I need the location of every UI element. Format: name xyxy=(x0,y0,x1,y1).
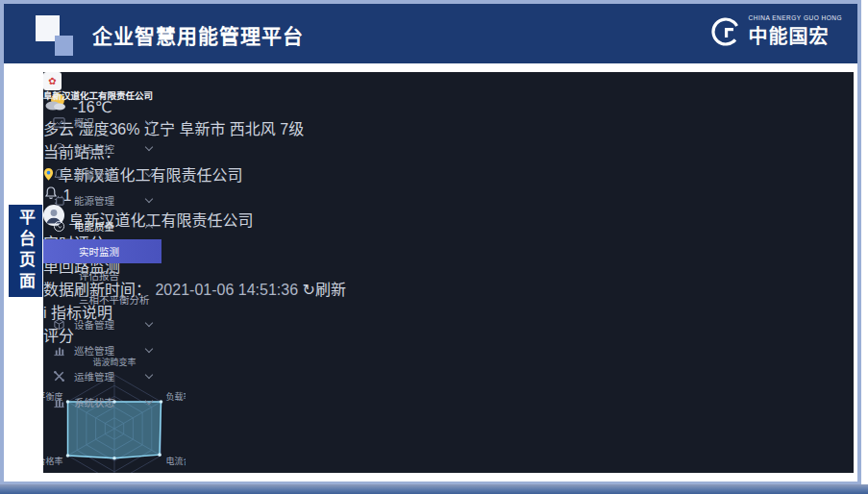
sidebar-item-label: 系统状态 xyxy=(74,395,137,409)
sidebar-item-overview[interactable]: 概况 xyxy=(43,110,161,136)
refresh-time: 2021-01-06 14:51:36 xyxy=(155,282,298,298)
weather-widget: -16℃ 多云 湿度36% 辽宁 阜新市 西北风 7级 xyxy=(43,91,854,139)
score-panel-title: 评分 xyxy=(43,323,854,346)
station-selector: 当前站点： 阜新汉道化工有限责任公司 xyxy=(43,139,854,185)
refresh-row: 数据刷新时间： 2021-01-06 14:51:36 ↻刷新 xyxy=(43,277,854,300)
power-quality-icon xyxy=(53,220,65,233)
tab-realtime-score[interactable]: 实时评分 xyxy=(43,231,854,254)
sidebar-item-label: 概况 xyxy=(74,115,137,130)
energy-icon xyxy=(53,194,65,207)
sidebar-item-label: 站点监控 xyxy=(74,141,137,156)
chevron-down-icon xyxy=(145,169,153,177)
logo-text-en: CHINA ENERGY GUO HONG xyxy=(749,14,842,21)
weather-location: 辽宁 阜新市 西北风 7级 xyxy=(144,121,304,137)
sidebar-item-power-quality[interactable]: 电能质量 xyxy=(43,213,161,239)
company-logo-icon: ✿ xyxy=(43,72,62,90)
sidebar-item-label: 能源管理 xyxy=(74,193,137,208)
refresh-button[interactable]: ↻刷新 xyxy=(303,282,346,298)
sidebar-company-name: 阜新汉道化工有限责任公司 xyxy=(43,90,161,102)
sidebar-item-alarm[interactable]: 告警管理 xyxy=(43,161,161,187)
sidebar-item-inspection[interactable]: 巡检管理 xyxy=(43,337,161,363)
page-side-label: 平台页面 xyxy=(9,205,42,297)
sidebar-item-ops[interactable]: 运维管理 xyxy=(43,363,161,389)
sidebar-item-label: 设备管理 xyxy=(74,317,137,332)
chevron-down-icon xyxy=(145,143,153,151)
chevron-down-icon xyxy=(145,195,153,203)
decor-square-blue xyxy=(55,36,73,56)
device-icon xyxy=(53,318,65,331)
system-icon xyxy=(53,396,65,408)
topbar: -16℃ 多云 湿度36% 辽宁 阜新市 西北风 7级 当前站点： 阜新汉道化工… xyxy=(43,72,854,231)
tab-single-circuit[interactable]: 单回路监测 xyxy=(43,254,854,277)
logo-text-cn: 中能国宏 xyxy=(749,21,842,49)
sidebar-item-station-monitor[interactable]: 站点监控 xyxy=(43,136,161,161)
sidebar-item-label: 运维管理 xyxy=(74,369,137,383)
sidebar-item-label: 巡检管理 xyxy=(74,343,137,358)
chevron-down-icon xyxy=(145,397,153,405)
ops-icon xyxy=(53,370,65,383)
user-menu[interactable]: 阜新汉道化工有限责任公司 xyxy=(43,205,854,231)
platform-screenshot: ✿ 阜新汉道化工有限责任公司 概况 站点监控 告警管理 能源管理 电能质 xyxy=(43,72,854,473)
sidebar-brand: ✿ 阜新汉道化工有限责任公司 xyxy=(43,72,161,102)
sidebar-subitem-realtime-monitor[interactable]: 实时监测 xyxy=(43,239,161,263)
svg-text:电流合格率: 电流合格率 xyxy=(165,456,186,466)
sidebar-item-label: 电能质量 xyxy=(74,219,137,234)
sidebar: ✿ 阜新汉道化工有限责任公司 概况 站点监控 告警管理 能源管理 电能质 xyxy=(43,72,161,473)
chevron-down-icon xyxy=(145,319,153,327)
svg-text:负载率: 负载率 xyxy=(165,391,186,402)
sidebar-item-energy[interactable]: 能源管理 xyxy=(43,187,161,213)
chevron-down-icon xyxy=(145,117,153,125)
sidebar-item-label: 告警管理 xyxy=(74,167,137,182)
sidebar-subitem-three-phase-unbalance[interactable]: 三相不平衡分析 xyxy=(43,287,161,311)
sidebar-item-device[interactable]: 设备管理 xyxy=(43,311,161,337)
chevron-down-icon xyxy=(145,371,153,379)
score-panel: 评分 谐波畸变率负载率电流合格率功率因数合格率不平衡度 总评分: 82 优秀 xyxy=(43,323,854,473)
notifications-button[interactable]: 1 xyxy=(43,185,854,205)
sidebar-menu: 概况 站点监控 告警管理 能源管理 电能质量 实时监测 评估报告 三相不平衡分析 xyxy=(43,110,161,415)
chevron-up-icon xyxy=(145,224,153,232)
chevron-down-icon xyxy=(145,345,153,353)
company-brand: CHINA ENERGY GUO HONG 中能国宏 xyxy=(708,14,842,49)
alarm-icon xyxy=(53,168,65,181)
monitor-icon xyxy=(53,142,65,155)
station-dropdown[interactable]: 阜新汉道化工有限责任公司 xyxy=(43,162,854,185)
slide-footer xyxy=(0,484,868,494)
slide-header: 企业智慧用能管理平台 CHINA ENERGY GUO HONG 中能国宏 xyxy=(4,4,857,63)
sidebar-subitem-assessment-report[interactable]: 评估报告 xyxy=(43,263,161,287)
inspection-icon xyxy=(53,344,65,357)
tab-bar: 实时评分 单回路监测 xyxy=(43,231,854,277)
slide-title: 企业智慧用能管理平台 xyxy=(92,20,304,49)
overview-icon xyxy=(53,116,65,129)
content-area: 数据刷新时间： 2021-01-06 14:51:36 ↻刷新 i 指标说明 评… xyxy=(43,277,854,473)
sidebar-item-system-status[interactable]: 系统状态 xyxy=(43,389,161,415)
company-logo-icon xyxy=(708,14,743,49)
refresh-icon: ↻ xyxy=(303,282,315,298)
indicator-help-link[interactable]: i 指标说明 xyxy=(43,300,854,323)
